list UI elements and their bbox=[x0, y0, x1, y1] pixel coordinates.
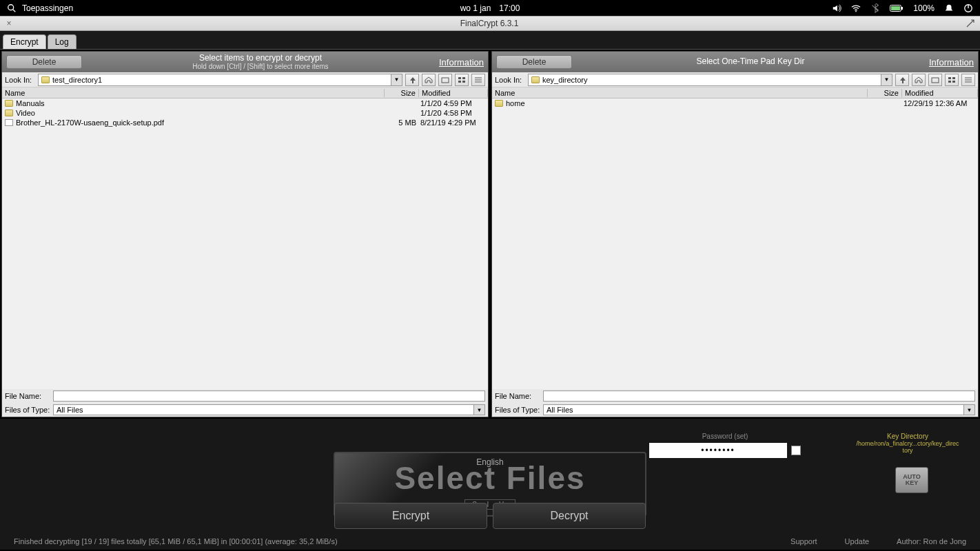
file-modified: 12/29/19 12:36 AM bbox=[899, 99, 975, 107]
encrypt-button[interactable]: Encrypt bbox=[334, 503, 487, 529]
delete-button[interactable]: Delete bbox=[496, 55, 572, 69]
file-modified: 1/1/20 4:59 PM bbox=[416, 99, 485, 107]
svg-rect-8 bbox=[442, 78, 449, 83]
update-link[interactable]: Update bbox=[845, 537, 869, 545]
chevron-down-icon[interactable]: ▼ bbox=[963, 405, 974, 415]
svg-rect-12 bbox=[462, 81, 465, 83]
filename-label: File Name: bbox=[495, 392, 540, 400]
lookin-value: key_directory bbox=[542, 76, 587, 84]
svg-rect-18 bbox=[952, 77, 955, 79]
status-text: Finished decrypting [19 / 19] files tota… bbox=[14, 537, 790, 545]
col-name[interactable]: Name bbox=[492, 89, 868, 97]
lookin-combo[interactable]: test_directory1 ▼ bbox=[38, 74, 402, 86]
lookin-label: Look In: bbox=[5, 76, 35, 84]
wifi-icon[interactable] bbox=[851, 3, 861, 13]
svg-rect-16 bbox=[932, 78, 939, 83]
lookin-label: Look In: bbox=[495, 76, 525, 84]
chevron-down-icon[interactable]: ▼ bbox=[391, 74, 402, 85]
decrypt-button[interactable]: Decrypt bbox=[493, 503, 646, 529]
detail-view-button[interactable] bbox=[961, 74, 975, 86]
detail-view-button[interactable] bbox=[471, 74, 485, 86]
volume-icon[interactable] bbox=[832, 3, 841, 13]
password-label: Password (set) bbox=[649, 433, 801, 440]
svg-rect-20 bbox=[952, 81, 955, 83]
chevron-down-icon[interactable]: ▼ bbox=[881, 74, 892, 85]
autokey-button[interactable]: AUTO KEY bbox=[895, 467, 928, 493]
key-filelist[interactable]: Name Size Modified home12/29/19 12:36 AM bbox=[492, 87, 978, 389]
source-filelist[interactable]: Name Size Modified Manuals1/1/20 4:59 PM… bbox=[2, 87, 488, 389]
battery-icon[interactable] bbox=[890, 4, 904, 12]
app-menu[interactable]: Toepassingen bbox=[22, 3, 73, 13]
svg-rect-9 bbox=[458, 77, 461, 79]
svg-rect-5 bbox=[901, 7, 903, 10]
main-tabs: Encrypt Log bbox=[0, 31, 980, 50]
battery-percent: 100% bbox=[913, 3, 935, 13]
close-icon[interactable]: × bbox=[4, 19, 14, 28]
home-button[interactable] bbox=[912, 74, 926, 86]
action-area: English Select Files S I V Encrypt Decry… bbox=[0, 419, 980, 550]
folder-icon bbox=[495, 100, 503, 107]
tab-encrypt[interactable]: Encrypt bbox=[3, 34, 46, 49]
col-modified[interactable]: Modified bbox=[902, 89, 978, 97]
folder-icon bbox=[5, 100, 13, 107]
svg-rect-4 bbox=[891, 6, 900, 10]
information-link[interactable]: Information bbox=[439, 57, 484, 67]
delete-button[interactable]: Delete bbox=[6, 55, 82, 69]
window-title: FinalCrypt 6.3.1 bbox=[460, 19, 519, 28]
file-row[interactable]: Brother_HL-2170W-usaeng_quick-setup.pdf5… bbox=[2, 118, 488, 127]
restore-icon[interactable] bbox=[965, 18, 976, 29]
home-button[interactable] bbox=[422, 74, 436, 86]
col-size[interactable]: Size bbox=[868, 89, 902, 97]
filetype-combo[interactable]: All Files ▼ bbox=[543, 404, 975, 415]
search-icon bbox=[7, 3, 17, 13]
file-name: Manuals bbox=[16, 99, 45, 107]
keydir-label: Key Directory bbox=[856, 433, 959, 440]
svg-rect-11 bbox=[458, 81, 461, 83]
power-icon[interactable] bbox=[963, 3, 973, 13]
menubar-time: 17:00 bbox=[499, 3, 520, 13]
password-input[interactable] bbox=[649, 443, 787, 458]
col-name[interactable]: Name bbox=[2, 89, 385, 97]
tab-log[interactable]: Log bbox=[48, 34, 76, 49]
pane-heading: Select One-Time Pad Key Dir bbox=[572, 57, 929, 66]
filetype-combo[interactable]: All Files ▼ bbox=[53, 404, 485, 415]
lookin-combo[interactable]: key_directory ▼ bbox=[528, 74, 892, 86]
key-pane: Delete Select One-Time Pad Key Dir Infor… bbox=[491, 51, 979, 417]
file-name: home bbox=[506, 99, 525, 107]
filename-label: File Name: bbox=[5, 392, 50, 400]
filename-input[interactable] bbox=[53, 391, 485, 402]
filetype-value: All Files bbox=[57, 406, 83, 414]
file-row[interactable]: Manuals1/1/20 4:59 PM bbox=[2, 98, 488, 108]
source-pane: Delete Select items to encrypt or decryp… bbox=[1, 51, 489, 417]
up-folder-button[interactable] bbox=[895, 74, 909, 86]
list-view-button[interactable] bbox=[455, 74, 469, 86]
svg-point-2 bbox=[855, 10, 857, 12]
author-label: Author: Ron de Jong bbox=[897, 537, 966, 545]
svg-rect-17 bbox=[948, 77, 951, 79]
bluetooth-off-icon[interactable] bbox=[870, 3, 880, 13]
file-name: Brother_HL-2170W-usaeng_quick-setup.pdf bbox=[16, 118, 164, 127]
window-titlebar: × FinalCrypt 6.3.1 bbox=[0, 16, 980, 31]
pane-subheading: Hold down [Ctrl] / [Shift] to select mor… bbox=[82, 63, 439, 70]
information-link[interactable]: Information bbox=[929, 57, 974, 67]
file-row[interactable]: home12/29/19 12:36 AM bbox=[492, 98, 978, 108]
show-password-checkbox[interactable] bbox=[791, 446, 801, 455]
support-link[interactable]: Support bbox=[790, 537, 817, 545]
list-view-button[interactable] bbox=[945, 74, 959, 86]
file-row[interactable]: Video1/1/20 4:58 PM bbox=[2, 108, 488, 118]
pane-heading: Select items to encrypt or decrypt bbox=[82, 54, 439, 63]
new-folder-button[interactable] bbox=[438, 74, 452, 86]
col-modified[interactable]: Modified bbox=[419, 89, 488, 97]
up-folder-button[interactable] bbox=[405, 74, 419, 86]
file-modified: 1/1/20 4:58 PM bbox=[416, 109, 485, 117]
split-panes: Delete Select items to encrypt or decryp… bbox=[0, 50, 980, 419]
chevron-down-icon[interactable]: ▼ bbox=[473, 405, 484, 415]
new-folder-button[interactable] bbox=[928, 74, 942, 86]
svg-point-0 bbox=[8, 4, 14, 10]
filetype-label: Files of Type: bbox=[495, 406, 540, 414]
col-size[interactable]: Size bbox=[385, 89, 419, 97]
notifications-icon[interactable] bbox=[944, 3, 954, 13]
filename-input[interactable] bbox=[543, 391, 975, 402]
file-icon bbox=[5, 119, 13, 126]
language-label[interactable]: English bbox=[476, 457, 503, 467]
